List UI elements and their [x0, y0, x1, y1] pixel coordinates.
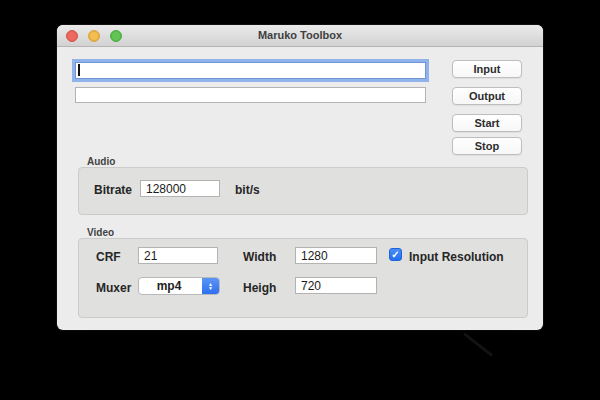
- bitrate-field[interactable]: [140, 180, 220, 197]
- muxer-label: Muxer: [96, 281, 131, 295]
- text-caret: [78, 64, 80, 76]
- output-path-field[interactable]: [75, 87, 426, 103]
- start-button[interactable]: Start: [452, 114, 522, 132]
- input-path-field[interactable]: [75, 62, 426, 79]
- width-field[interactable]: [295, 247, 377, 264]
- window-title: Maruko Toolbox: [57, 25, 543, 46]
- input-resolution-checkbox[interactable]: ✓: [389, 248, 402, 261]
- chevron-down-icon: ▼: [208, 286, 213, 290]
- title-bar[interactable]: Maruko Toolbox: [57, 25, 543, 47]
- input-button[interactable]: Input: [452, 60, 522, 78]
- app-window: Maruko Toolbox Input Output Start Stop A…: [57, 25, 543, 330]
- muxer-dropdown[interactable]: mp4 ▲ ▼: [138, 277, 220, 295]
- bitrate-label: Bitrate: [94, 183, 132, 197]
- bitrate-unit-label: bit/s: [235, 183, 260, 197]
- output-button[interactable]: Output: [452, 87, 522, 105]
- check-icon: ✓: [391, 249, 399, 260]
- audio-group-label: Audio: [87, 156, 115, 167]
- muxer-selected-value: mp4: [139, 278, 199, 294]
- width-label: Width: [243, 250, 276, 264]
- input-resolution-label: Input Resolution: [409, 250, 504, 264]
- crf-label: CRF: [96, 250, 121, 264]
- cursor-smudge: [463, 332, 493, 357]
- video-group-label: Video: [87, 227, 114, 238]
- height-field[interactable]: [295, 277, 377, 294]
- crf-field[interactable]: [138, 247, 218, 264]
- video-group-box: CRF Width ✓ Input Resolution Muxer mp4 ▲…: [78, 238, 528, 318]
- audio-group-box: Bitrate bit/s: [78, 167, 528, 215]
- dropdown-stepper-icon: ▲ ▼: [202, 278, 219, 294]
- height-label: Heigh: [243, 281, 276, 295]
- desktop: { "window": { "title": "Maruko Toolbox" …: [0, 0, 600, 400]
- stop-button[interactable]: Stop: [452, 137, 522, 155]
